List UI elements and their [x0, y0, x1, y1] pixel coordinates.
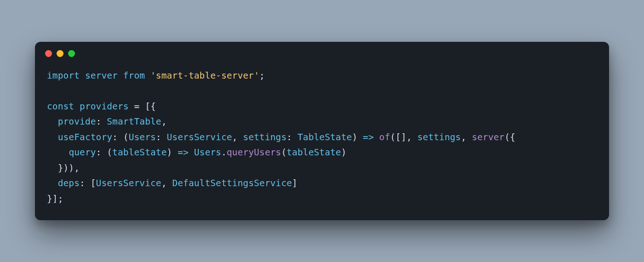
code-token: deps: [58, 178, 80, 188]
code-token: TableState: [298, 132, 352, 142]
code-token: from: [123, 70, 145, 81]
code-token: [118, 70, 123, 81]
code-token: DefaultSettingsService: [172, 178, 292, 188]
code-token: [161, 132, 167, 142]
code-token: ,: [161, 178, 172, 188]
code-token: :: [96, 147, 102, 158]
code-token: ): [352, 132, 357, 142]
code-token: tableState: [287, 147, 341, 158]
code-token: ({: [505, 132, 516, 142]
code-token: ,: [161, 116, 167, 127]
code-token: UsersService: [167, 132, 232, 142]
code-token: [374, 132, 380, 142]
traffic-light-zoom-icon[interactable]: [68, 50, 75, 57]
code-token: providers: [80, 101, 129, 112]
code-token: (: [118, 132, 129, 142]
code-token: [101, 116, 107, 127]
code-token: ,: [232, 132, 243, 142]
code-token: Users: [194, 147, 221, 158]
code-token: (: [101, 147, 112, 158]
code-token: [189, 147, 194, 158]
code-token: = [{: [129, 101, 156, 112]
code-token: [80, 70, 85, 81]
code-token: [172, 147, 178, 158]
code-token: [74, 101, 80, 112]
code-token: 'smart-table-server': [150, 70, 259, 81]
code-token: ([],: [390, 132, 417, 142]
code-token: }];: [47, 194, 63, 204]
code-token: =>: [363, 132, 374, 142]
code-token: .: [221, 147, 227, 158]
code-token: [47, 178, 58, 188]
code-token: server: [472, 132, 505, 142]
code-token: [357, 132, 363, 142]
code-token: Users: [129, 132, 156, 142]
traffic-light-minimize-icon[interactable]: [57, 50, 63, 57]
code-token: :: [96, 116, 102, 127]
code-token: [47, 147, 69, 158]
code-token: const: [47, 101, 74, 112]
code-token: settings: [243, 132, 287, 142]
code-token: :: [156, 132, 161, 142]
code-token: UsersService: [96, 178, 161, 188]
code-token: ): [167, 147, 172, 158]
code-token: [47, 132, 58, 142]
code-token: })),: [47, 163, 80, 173]
code-token: settings: [417, 132, 461, 142]
code-token: :: [112, 132, 118, 142]
code-window: import server from 'smart-table-server';…: [35, 42, 609, 221]
code-token: =>: [178, 147, 189, 158]
traffic-light-close-icon[interactable]: [45, 50, 52, 57]
code-token: ,: [461, 132, 472, 142]
code-token: useFactory: [58, 132, 112, 142]
code-token: :: [80, 178, 85, 188]
code-token: of: [379, 132, 390, 142]
code-token: [292, 132, 298, 142]
code-token: queryUsers: [227, 147, 281, 158]
code-token: [47, 116, 58, 127]
code-token: import: [47, 70, 80, 81]
code-token: query: [69, 147, 96, 158]
code-block: import server from 'smart-table-server';…: [35, 60, 609, 221]
code-token: ): [341, 147, 346, 158]
code-token: :: [287, 132, 292, 142]
code-token: tableState: [112, 147, 167, 158]
code-token: provide: [58, 116, 96, 127]
window-titlebar: [35, 42, 609, 60]
code-token: [145, 70, 150, 81]
code-token: ;: [259, 70, 265, 81]
code-token: server: [85, 70, 118, 81]
code-token: [: [85, 178, 96, 188]
code-token: (: [281, 147, 287, 158]
code-token: ]: [292, 178, 298, 188]
code-token: SmartTable: [107, 116, 161, 127]
